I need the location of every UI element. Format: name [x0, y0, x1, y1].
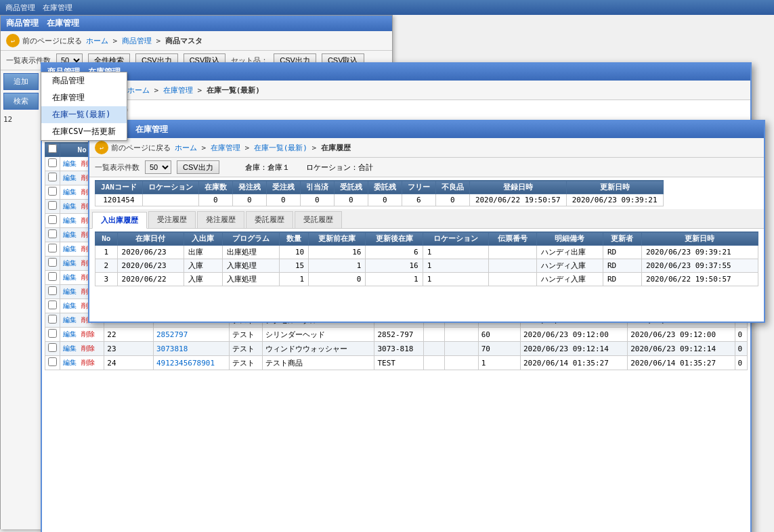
hist-th-type: 入出庫 — [184, 232, 222, 246]
inv-sku: TEST — [374, 356, 424, 370]
inv-checkbox-cell — [45, 271, 60, 285]
del-inv-btn[interactable]: 削除 — [81, 345, 95, 352]
inv-date1: 2020/06/14 01:35:27 — [520, 356, 627, 370]
inv-q1 — [424, 328, 445, 342]
del-inv-btn[interactable]: 削除 — [81, 359, 95, 366]
inv-no-num: 22 — [104, 328, 154, 342]
inv-extra: 0 — [735, 356, 747, 370]
inv-checkbox-cell — [45, 214, 60, 228]
add-button[interactable]: 追加 — [3, 73, 39, 90]
inv-qty: 70 — [478, 342, 520, 356]
edit-inv-btn[interactable]: 編集 — [63, 302, 77, 309]
csv-out3-button[interactable]: CSV出力 — [177, 160, 219, 174]
inv-row-checkbox[interactable] — [48, 244, 57, 252]
hist-updater: RD — [603, 273, 641, 286]
sum-th-stock: 在庫数 — [198, 181, 232, 194]
window-inventory-history: 商品管理 在庫管理 ↩ 前のページに戻る ホーム > 在庫管理 > 在庫一覧(最… — [88, 120, 765, 323]
dropdown-item-inventory[interactable]: 在庫管理 — [41, 89, 127, 106]
edit-inv-btn[interactable]: 編集 — [63, 174, 77, 181]
edit-inv-btn[interactable]: 編集 — [63, 231, 77, 238]
inv-row-checkbox[interactable] — [48, 272, 57, 281]
dropdown-item-product[interactable]: 商品管理 — [41, 72, 127, 89]
edit-inv-btn[interactable]: 編集 — [63, 245, 77, 252]
hist-loc: 1 — [423, 273, 489, 286]
inv-row-checkbox[interactable] — [48, 187, 57, 196]
hist-after: 16 — [366, 259, 423, 273]
inv-q2 — [445, 328, 478, 342]
dropdown-item-csv[interactable]: 在庫CSV一括更新 — [41, 123, 127, 140]
inv-row-checkbox[interactable] — [48, 286, 57, 295]
edit-inv-btn[interactable]: 編集 — [63, 345, 77, 352]
sum-defect: 0 — [435, 194, 469, 206]
tab-受注履歴[interactable]: 受注履歴 — [148, 211, 196, 228]
del-inv-btn[interactable]: 削除 — [81, 330, 95, 338]
inv-name: シリンダーヘッド — [262, 328, 374, 342]
hist-upddate: 2020/06/23 09:39:21 — [641, 246, 758, 259]
inv-row-checkbox[interactable] — [48, 229, 57, 238]
edit-inv-btn[interactable]: 編集 — [63, 359, 77, 366]
history-table: No 在庫日付 入出庫 プログラム 数量 更新前在庫 更新後在庫 ロケーション … — [95, 231, 758, 286]
hist-note: ハンディ入庫 — [537, 259, 603, 273]
dropdown-item-latest[interactable]: 在庫一覧(最新) — [41, 106, 127, 123]
inv-name: テスト商品 — [262, 356, 374, 370]
tab-受託履歴[interactable]: 受託履歴 — [295, 211, 342, 228]
hist-type: 入庫 — [184, 273, 222, 286]
inv-checkbox-cell — [45, 313, 60, 328]
window3-navbar: ↩ 前のページに戻る ホーム > 在庫管理 > 在庫一覧(最新) > 在庫履歴 — [89, 138, 764, 158]
history-row: 2 2020/06/23 入庫 入庫処理 15 1 16 1 ハンディ入庫 RD… — [95, 259, 758, 273]
edit-inv-btn[interactable]: 編集 — [63, 330, 77, 338]
edit-inv-btn[interactable]: 編集 — [63, 217, 77, 224]
inv-summary-table: JANコード ロケーション 在庫数 発注残 受注残 引当済 受託残 委託残 フリ… — [95, 180, 664, 206]
inv-row-checkbox[interactable] — [48, 215, 57, 224]
count3-select[interactable]: 50 — [145, 160, 171, 174]
tab-発注履歴[interactable]: 発注履歴 — [197, 211, 244, 228]
sum-th-assign: 引当済 — [300, 181, 334, 194]
inv-jan: 2852797 — [153, 328, 229, 342]
hist-th-slip: 伝票番号 — [489, 232, 537, 246]
inv-checkbox-cell — [45, 171, 60, 185]
window3-toolbar: 一覧表示件数 50 CSV出力 倉庫：倉庫１ ロケーション：合計 — [89, 158, 764, 177]
hist-qty: 10 — [279, 246, 308, 259]
tab-入出庫履歴[interactable]: 入出庫履歴 — [92, 212, 147, 229]
inv-sku: 3073-818 — [374, 342, 424, 356]
edit-inv-btn[interactable]: 編集 — [63, 202, 77, 210]
count-display: 12 — [1, 112, 41, 127]
inv-code: テスト — [229, 356, 262, 370]
edit-inv-btn[interactable]: 編集 — [63, 273, 77, 281]
sum-th-defect: 不良品 — [435, 181, 469, 194]
inv-row-checkbox[interactable] — [48, 357, 57, 366]
inv-row-checkbox[interactable] — [48, 343, 57, 352]
hist-program: 出庫処理 — [222, 246, 279, 259]
sum-th-jan: JANコード — [95, 181, 143, 194]
inv-row-checkbox[interactable] — [48, 173, 57, 181]
inv-no-num: 23 — [104, 342, 154, 356]
nav-back[interactable]: ↩ 前のページに戻る — [6, 34, 82, 47]
inv-row-checkbox[interactable] — [48, 329, 57, 338]
back-icon[interactable]: ↩ — [6, 34, 20, 47]
hist-date: 2020/06/23 — [117, 259, 184, 273]
inv-row-checkbox[interactable] — [48, 158, 57, 167]
inv-row-checkbox[interactable] — [48, 258, 57, 267]
inv-row-checkbox[interactable] — [48, 315, 57, 324]
edit-inv-btn[interactable]: 編集 — [63, 259, 77, 267]
inv-row-checkbox[interactable] — [48, 301, 57, 309]
inv-q1 — [424, 356, 445, 370]
hist-th-no: No — [95, 232, 118, 246]
search-button[interactable]: 検索 — [3, 93, 39, 110]
nav3-back[interactable]: ↩ 前のページに戻る — [95, 141, 171, 154]
inv-select-all[interactable] — [48, 144, 57, 153]
edit-inv-btn[interactable]: 編集 — [63, 316, 77, 324]
inv-checkbox-cell — [45, 257, 60, 271]
edit-inv-btn[interactable]: 編集 — [63, 188, 77, 196]
inv-checkbox-cell — [45, 299, 60, 313]
hist-after: 1 — [366, 273, 423, 286]
hist-loc: 1 — [423, 246, 489, 259]
tab-委託履歴[interactable]: 委託履歴 — [246, 211, 293, 228]
hist-slip — [489, 273, 537, 286]
inv-checkbox-cell — [45, 356, 60, 370]
edit-inv-btn[interactable]: 編集 — [63, 288, 77, 295]
back3-icon[interactable]: ↩ — [95, 141, 108, 154]
breadcrumb2: ホーム > 在庫管理 > 在庫一覧(最新) — [127, 85, 260, 95]
inv-row-checkbox[interactable] — [48, 201, 57, 210]
edit-inv-btn[interactable]: 編集 — [63, 160, 77, 167]
